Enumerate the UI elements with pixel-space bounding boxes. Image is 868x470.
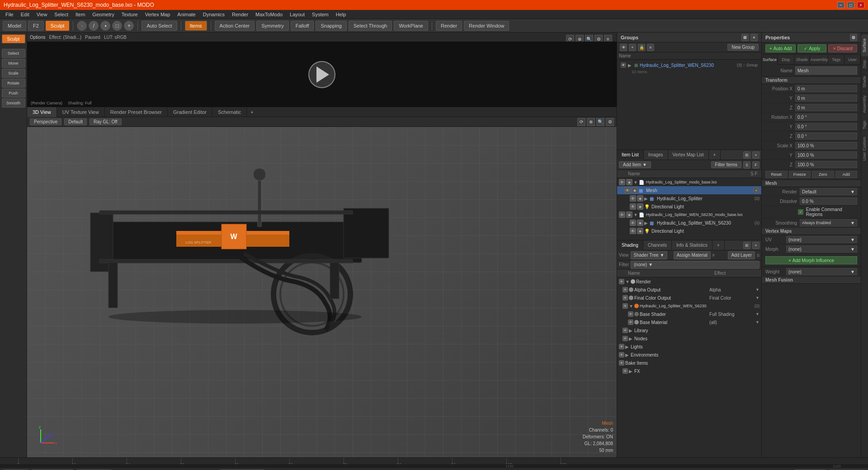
tab-schematic[interactable]: Schematic: [212, 107, 247, 117]
new-group-btn[interactable]: New Group: [727, 44, 759, 51]
groups-close-btn[interactable]: ×: [750, 34, 758, 41]
item-lock-2[interactable]: ◆: [637, 195, 643, 202]
discard-btn[interactable]: × Discard: [828, 44, 857, 52]
item-lock-0[interactable]: ◆: [626, 179, 632, 185]
vp-ctrl-2[interactable]: ⊕: [587, 118, 595, 126]
menu-file[interactable]: File: [2, 11, 17, 18]
pivot-select-icon[interactable]: +: [124, 21, 134, 31]
item-vis-0[interactable]: 👁: [619, 179, 625, 185]
sculpt-btn[interactable]: Sculpt: [46, 21, 70, 31]
shading-expand-btn[interactable]: ⊞: [743, 242, 750, 249]
enable-cmd-checkbox[interactable]: ✓: [798, 209, 803, 215]
add-layer-btn[interactable]: Add Layer: [728, 251, 755, 259]
menu-animate[interactable]: Animate: [174, 11, 199, 18]
shading-row-nodes[interactable]: 👁 ▶ Nodes: [617, 334, 761, 343]
shading-row-lights[interactable]: 👁 ▶ Lights: [617, 343, 761, 351]
pos-x-val[interactable]: 0 m: [795, 85, 857, 92]
vp-ctrl-3[interactable]: 🔍: [596, 118, 604, 126]
viewport-3d[interactable]: Perspective Default Ray GL: Off ⟳ ⊕ 🔍 ⚙: [27, 117, 617, 457]
tab-channels[interactable]: Channels: [643, 240, 672, 250]
item-lock-3[interactable]: ◆: [637, 203, 643, 210]
render-window-btn[interactable]: Render Window: [464, 21, 509, 31]
menu-render[interactable]: Render: [228, 11, 252, 18]
pos-y-val[interactable]: 0 m: [795, 94, 857, 102]
smoothing-select[interactable]: Always Enabled ▼: [800, 219, 857, 226]
add-item-btn[interactable]: Add Item ▼: [619, 161, 651, 168]
item-row-2[interactable]: 👁 ◆ ▶ ▦ Hydraulic_Log_Splitter (2): [617, 194, 761, 202]
shading-row-base-shader[interactable]: 👁 Base Shader Full Shading ▼: [617, 310, 761, 318]
item-vis-4[interactable]: 👁: [619, 212, 625, 218]
rot-z-val[interactable]: 0.0 °: [795, 132, 857, 140]
tab-uv-texture-view[interactable]: UV Texture View: [57, 107, 105, 117]
action-center-btn[interactable]: Action Center: [215, 21, 255, 31]
item-row-5[interactable]: 👁 ◆ ▶ ▦ Hydraulic_Log_Splitter_WEN_S6230…: [617, 219, 761, 227]
weight-select[interactable]: (none) ▼: [786, 268, 857, 275]
workplane-btn[interactable]: WorkPlane: [394, 21, 428, 31]
play-preview-btn[interactable]: [308, 61, 335, 88]
default-btn[interactable]: Default: [64, 118, 87, 125]
shading-row-bake[interactable]: 👁 Bake Items: [617, 359, 761, 367]
group-vis-icon-0[interactable]: 👁: [621, 62, 626, 68]
tab-shading[interactable]: Shading: [617, 240, 643, 250]
shading-vis-1[interactable]: 👁: [623, 287, 628, 292]
minimize-btn[interactable]: −: [837, 2, 844, 8]
menu-dynamics[interactable]: Dynamics: [199, 11, 228, 18]
raygl-btn[interactable]: Ray GL: Off: [90, 118, 122, 125]
shading-vis-0[interactable]: 👁: [619, 279, 624, 284]
render-btn[interactable]: Render: [436, 21, 462, 31]
menu-item[interactable]: Item: [72, 11, 89, 18]
side-tab-user[interactable]: User Custom: [861, 133, 868, 164]
reset-btn[interactable]: Reset: [765, 171, 788, 178]
add-transform-btn[interactable]: Add: [835, 171, 858, 178]
group-item-0[interactable]: 👁 ▶ ⊞ Hydraulic_Log_Splitter_WEN_S6230 (…: [619, 61, 760, 69]
tab-images[interactable]: Images: [644, 150, 668, 160]
pos-z-val[interactable]: 0 m: [795, 104, 857, 111]
item-row-3[interactable]: 👁 ◆ 💡 Directional Light: [617, 202, 761, 211]
items-btn[interactable]: Items: [185, 21, 207, 31]
side-tab-assembly[interactable]: Assembly: [861, 91, 868, 117]
menu-edit[interactable]: Edit: [17, 11, 33, 18]
tab-item-list[interactable]: Item List: [617, 150, 644, 160]
scale-y-val[interactable]: 100.0 %: [795, 151, 857, 159]
tool-btn-6[interactable]: Smooth: [2, 99, 25, 108]
props-tab-disp[interactable]: Disp: [778, 55, 794, 65]
auto-add-btn[interactable]: + Auto Add: [765, 44, 796, 52]
shading-dd-4[interactable]: ▼: [755, 312, 760, 316]
shading-row-base-material[interactable]: 👁 Base Material (all) ▼: [617, 318, 761, 326]
shading-row-environments[interactable]: 👁 ▶ Environments: [617, 351, 761, 359]
group-options-btn[interactable]: ≡: [647, 44, 654, 51]
item-list-sf-btn[interactable]: S: [743, 161, 750, 169]
tab-add-shading[interactable]: +: [712, 240, 725, 250]
edge-select-icon[interactable]: /: [89, 21, 99, 31]
tool-btn-5[interactable]: Push: [2, 89, 25, 98]
auto-select-btn[interactable]: Auto Select: [142, 21, 177, 31]
shading-vis-4[interactable]: 👁: [628, 311, 633, 317]
item-vis-3[interactable]: 👁: [630, 203, 636, 210]
menu-maxtomodo[interactable]: MaxToModo: [252, 11, 286, 18]
item-list-close-btn[interactable]: ×: [752, 151, 760, 159]
item-lock-4[interactable]: ◆: [626, 212, 632, 218]
apply-btn[interactable]: ✓ Apply: [797, 44, 826, 52]
props-tab-tags[interactable]: Tags: [828, 55, 844, 65]
name-input[interactable]: [795, 66, 857, 75]
tab-render-preset-browser[interactable]: Render Preset Browser: [105, 107, 168, 117]
tab-vertex-map-list[interactable]: Vertex Map List: [668, 150, 709, 160]
polygon-select-icon[interactable]: ▪: [100, 21, 110, 31]
props-tab-shade[interactable]: Shade: [794, 55, 811, 65]
assign-material-btn[interactable]: Assign Material: [674, 251, 711, 259]
shading-close-btn[interactable]: ×: [752, 242, 760, 249]
shading-vis-2[interactable]: 👁: [623, 295, 628, 301]
item-row-0[interactable]: 👁 ◆ ▼ 📄 Hydraulic_Log_Splitter_modo_base…: [617, 178, 761, 186]
item-row-6[interactable]: 👁 ◆ 💡 Directional Light: [617, 227, 761, 235]
snapping-btn[interactable]: Snapping: [316, 21, 347, 31]
shading-row-render[interactable]: 👁 ▼ Render: [617, 277, 761, 286]
vp-ctrl-4[interactable]: ⚙: [606, 118, 614, 126]
rot-y-val[interactable]: 0.0 °: [795, 123, 857, 130]
shading-row-fx[interactable]: 👁 ▶ FX: [617, 367, 761, 375]
perspective-btn[interactable]: Perspective: [30, 118, 61, 125]
shading-vis-5[interactable]: 👁: [628, 320, 633, 325]
shading-vis-9[interactable]: 👁: [619, 352, 624, 357]
add-morph-influence-btn[interactable]: + Add Morph Influence: [765, 256, 857, 264]
item-vis-2[interactable]: 👁: [630, 195, 636, 202]
props-tab-user[interactable]: User: [844, 55, 861, 65]
